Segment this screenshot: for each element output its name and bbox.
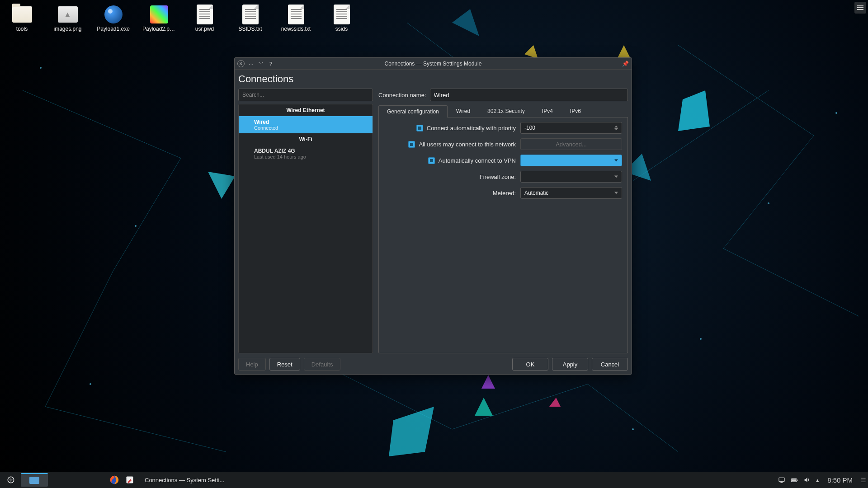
text-editor-icon[interactable] xyxy=(123,473,137,487)
tab[interactable]: IPv4 xyxy=(533,105,561,117)
nav-up-icon[interactable]: ︿ xyxy=(247,60,255,67)
auto-connect-label: Connect automatically with priority xyxy=(427,125,516,131)
auto-vpn-label: Automatically connect to VPN xyxy=(439,157,516,164)
window-title: Connections — System Settings Module xyxy=(235,61,632,67)
desktop-menu-button[interactable] xyxy=(854,2,866,14)
pin-icon[interactable]: 📌 xyxy=(622,61,629,67)
svg-rect-37 xyxy=(797,479,797,481)
svg-rect-38 xyxy=(792,479,796,481)
metered-combo[interactable]: Automatic xyxy=(520,187,622,199)
defaults-button[interactable]: Defaults xyxy=(304,358,341,371)
svg-marker-12 xyxy=(452,9,479,36)
ok-button[interactable]: OK xyxy=(512,358,548,371)
help-button[interactable]: Help xyxy=(238,358,266,371)
connection-item[interactable]: ABDUL AZIZ 4GLast used 14 hours ago xyxy=(239,145,373,162)
app-launcher[interactable] xyxy=(3,473,19,487)
taskbar-spacer xyxy=(79,473,106,487)
close-icon[interactable]: ✕ xyxy=(237,60,245,67)
svg-marker-18 xyxy=(475,398,493,416)
svg-point-26 xyxy=(835,112,837,114)
desktop-icon[interactable]: Payload2.png xyxy=(142,5,175,32)
connection-name-input[interactable] xyxy=(430,89,628,101)
tab[interactable]: Wired xyxy=(448,105,479,117)
show-desktop-button[interactable] xyxy=(21,473,48,487)
help-icon[interactable]: ? xyxy=(267,60,274,67)
taskbar-spacer xyxy=(50,473,77,487)
system-tray: ▴ 8:50 PM ☰ xyxy=(778,476,865,484)
svg-marker-16 xyxy=(678,90,710,131)
svg-line-1 xyxy=(113,158,181,271)
firewall-label: Firewall zone: xyxy=(480,174,516,180)
apply-button[interactable]: Apply xyxy=(552,358,588,371)
svg-marker-17 xyxy=(389,407,434,456)
volume-tray-icon[interactable] xyxy=(803,476,811,483)
auto-connect-checkbox[interactable] xyxy=(416,125,423,131)
tab[interactable]: General configuration xyxy=(378,105,448,117)
connection-group-header: Wired Ethernet xyxy=(239,104,373,116)
svg-line-5 xyxy=(723,136,814,249)
search-input[interactable] xyxy=(238,89,373,101)
sidebar-toggle-icon[interactable]: ☰ xyxy=(861,477,865,483)
dialog-buttons: Help Reset Defaults OK Apply Cancel xyxy=(238,353,628,371)
svg-point-22 xyxy=(40,67,42,69)
firefox-icon[interactable] xyxy=(108,473,121,487)
advanced-button[interactable]: Advanced... xyxy=(520,138,622,150)
connection-list: Wired EthernetWiredConnectedWi-FiABDUL A… xyxy=(238,104,373,353)
all-users-label: All users may connect to this network xyxy=(419,141,516,148)
svg-line-0 xyxy=(23,90,181,158)
network-tray-icon[interactable] xyxy=(778,476,785,483)
svg-point-23 xyxy=(135,225,137,227)
connection-group-header: Wi-Fi xyxy=(239,133,373,145)
svg-point-28 xyxy=(90,383,91,385)
nav-down-icon[interactable]: ﹀ xyxy=(257,60,264,67)
desktop-icon[interactable]: Payload1.exe xyxy=(97,5,130,32)
connections-window: ✕ ︿ ﹀ ? Connections — System Settings Mo… xyxy=(234,57,632,375)
auto-vpn-checkbox[interactable] xyxy=(428,157,435,164)
svg-rect-33 xyxy=(779,478,784,481)
taskbar: Connections — System Setti... ▴ 8:50 PM … xyxy=(0,472,868,488)
clock[interactable]: 8:50 PM xyxy=(827,476,853,484)
tray-expand-icon[interactable]: ▴ xyxy=(816,477,819,483)
desktop-icon[interactable]: ▲images.png xyxy=(51,5,84,32)
svg-line-6 xyxy=(723,249,859,316)
svg-line-10 xyxy=(452,384,588,429)
svg-point-25 xyxy=(768,202,769,204)
firewall-combo[interactable] xyxy=(520,171,622,183)
desktop-icon[interactable]: tools xyxy=(5,5,38,32)
taskbar-task-connections[interactable]: Connections — System Setti... xyxy=(138,473,238,487)
desktop-icon[interactable]: usr.pwd xyxy=(188,5,221,32)
connection-name-label: Connection name: xyxy=(378,92,426,99)
all-users-checkbox[interactable] xyxy=(408,141,415,148)
tab-bar: General configurationWired802.1x Securit… xyxy=(378,105,628,117)
metered-label: Metered: xyxy=(493,190,516,197)
battery-tray-icon[interactable] xyxy=(791,476,798,483)
svg-line-3 xyxy=(45,407,226,452)
svg-marker-19 xyxy=(549,398,561,407)
svg-point-29 xyxy=(632,428,634,430)
svg-marker-21 xyxy=(617,45,631,59)
svg-line-2 xyxy=(45,271,113,407)
svg-point-27 xyxy=(700,338,702,340)
general-config-panel: Connect automatically with priority -100 xyxy=(378,117,628,353)
svg-marker-20 xyxy=(481,375,495,389)
desktop-icons: tools▲images.pngPayload1.exePayload2.png… xyxy=(5,5,358,32)
desktop-icon[interactable]: SSIDS.txt xyxy=(234,5,267,32)
reset-button[interactable]: Reset xyxy=(269,358,300,371)
vpn-combo[interactable] xyxy=(520,155,622,166)
svg-marker-13 xyxy=(524,45,538,59)
tab[interactable]: IPv6 xyxy=(561,105,590,117)
svg-marker-14 xyxy=(208,172,235,199)
page-heading: Connections xyxy=(238,71,628,89)
desktop-icon[interactable]: ssids xyxy=(325,5,358,32)
tab[interactable]: 802.1x Security xyxy=(479,105,533,117)
svg-line-11 xyxy=(588,384,678,452)
connection-item[interactable]: WiredConnected xyxy=(239,116,373,133)
cancel-button[interactable]: Cancel xyxy=(592,358,628,371)
priority-spinbox[interactable]: -100 xyxy=(520,122,622,134)
titlebar[interactable]: ✕ ︿ ﹀ ? Connections — System Settings Mo… xyxy=(235,58,632,70)
desktop-icon[interactable]: newssids.txt xyxy=(279,5,312,32)
